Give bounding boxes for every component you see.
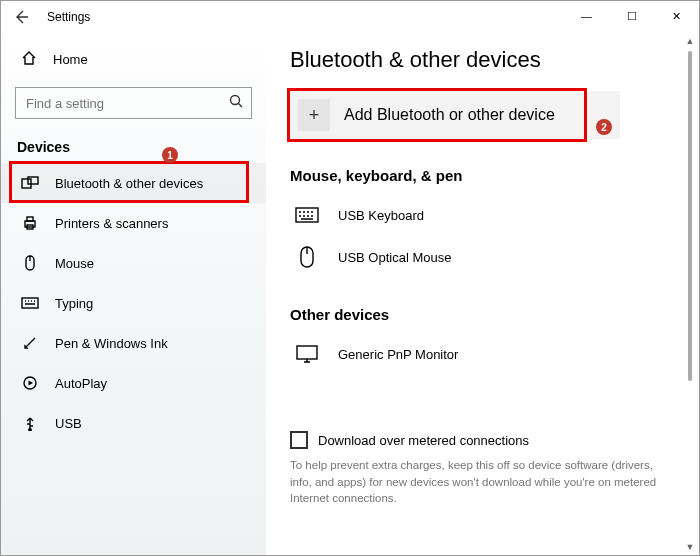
- svg-point-9: [29, 429, 31, 431]
- keyboard-icon: [21, 297, 39, 309]
- sidebar-item-typing[interactable]: Typing: [1, 283, 266, 323]
- title-bar: Settings — ☐ ✕: [1, 1, 699, 33]
- window-controls: — ☐ ✕: [564, 1, 699, 31]
- sidebar-item-autoplay[interactable]: AutoPlay: [1, 363, 266, 403]
- svg-rect-4: [27, 217, 33, 221]
- metered-label: Download over metered connections: [318, 433, 529, 448]
- svg-rect-12: [297, 346, 317, 359]
- minimize-button[interactable]: —: [564, 1, 609, 31]
- add-device-button[interactable]: + Add Bluetooth or other device: [290, 91, 620, 139]
- sidebar-item-pen[interactable]: Pen & Windows Ink: [1, 323, 266, 363]
- svg-rect-7: [22, 298, 38, 308]
- window-title: Settings: [47, 10, 90, 24]
- svg-point-0: [231, 96, 240, 105]
- section-mouse-keyboard: Mouse, keyboard, & pen: [290, 167, 699, 184]
- monitor-icon: [294, 344, 320, 364]
- search-input[interactable]: [15, 87, 252, 119]
- scroll-down-icon[interactable]: ▼: [686, 539, 695, 555]
- section-other-devices: Other devices: [290, 306, 699, 323]
- home-icon: [21, 50, 37, 69]
- device-row[interactable]: Generic PnP Monitor: [290, 333, 699, 375]
- metered-checkbox-row[interactable]: Download over metered connections: [290, 431, 660, 449]
- checkbox-icon[interactable]: [290, 431, 308, 449]
- scroll-thumb[interactable]: [688, 51, 692, 381]
- printer-icon: [21, 215, 39, 231]
- sidebar-item-label: Bluetooth & other devices: [55, 176, 203, 191]
- device-name: USB Optical Mouse: [338, 250, 451, 265]
- page-title: Bluetooth & other devices: [290, 47, 699, 73]
- sidebar-item-label: Pen & Windows Ink: [55, 336, 168, 351]
- autoplay-icon: [21, 375, 39, 391]
- keyboard-icon: [294, 207, 320, 223]
- section-title-devices: Devices: [1, 133, 266, 163]
- device-name: Generic PnP Monitor: [338, 347, 458, 362]
- device-name: USB Keyboard: [338, 208, 424, 223]
- sidebar-item-label: Mouse: [55, 256, 94, 271]
- main-panel: Bluetooth & other devices + Add Bluetoot…: [266, 33, 699, 555]
- sidebar-item-printers[interactable]: Printers & scanners: [1, 203, 266, 243]
- usb-icon: [21, 415, 39, 431]
- maximize-button[interactable]: ☐: [609, 1, 654, 31]
- mouse-icon: [294, 246, 320, 268]
- home-label: Home: [53, 52, 88, 67]
- sidebar-item-label: Typing: [55, 296, 93, 311]
- plus-icon: +: [298, 99, 330, 131]
- devices-icon: [21, 176, 39, 190]
- metered-section: Download over metered connections To hel…: [290, 431, 660, 507]
- search-wrap: [15, 87, 252, 119]
- sidebar-item-label: USB: [55, 416, 82, 431]
- arrow-left-icon: [12, 8, 30, 26]
- add-device-label: Add Bluetooth or other device: [344, 106, 555, 124]
- device-row[interactable]: USB Keyboard: [290, 194, 699, 236]
- scroll-up-icon[interactable]: ▲: [686, 33, 695, 49]
- sidebar-item-mouse[interactable]: Mouse: [1, 243, 266, 283]
- sidebar-item-label: Printers & scanners: [55, 216, 168, 231]
- device-row[interactable]: USB Optical Mouse: [290, 236, 699, 278]
- svg-rect-2: [28, 177, 38, 184]
- sidebar-item-usb[interactable]: USB: [1, 403, 266, 443]
- search-icon: [228, 93, 244, 113]
- close-button[interactable]: ✕: [654, 1, 699, 31]
- pen-icon: [21, 335, 39, 351]
- home-nav[interactable]: Home: [1, 41, 266, 77]
- sidebar-item-bluetooth[interactable]: Bluetooth & other devices: [1, 163, 266, 203]
- scrollbar[interactable]: ▲ ▼: [683, 33, 697, 555]
- sidebar: Home Devices Bluetooth & other devices 1…: [1, 33, 266, 555]
- mouse-icon: [21, 255, 39, 271]
- svg-rect-10: [296, 208, 318, 222]
- sidebar-item-label: AutoPlay: [55, 376, 107, 391]
- metered-help-text: To help prevent extra charges, keep this…: [290, 457, 660, 507]
- back-button[interactable]: [1, 1, 41, 33]
